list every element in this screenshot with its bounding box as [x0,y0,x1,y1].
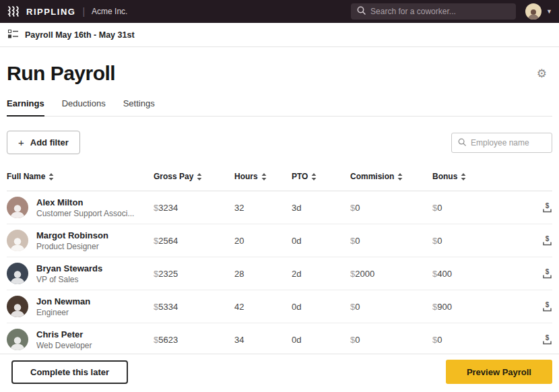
tab-settings[interactable]: Settings [123,98,155,116]
breadcrumb-label[interactable]: Payroll May 16th - May 31st [25,30,135,40]
employee-role: Customer Support Associ... [36,209,134,218]
hours-value: 32 [234,203,292,213]
sort-icon[interactable] [461,173,466,181]
avatar [7,197,28,218]
table-row[interactable]: Alex Milton Customer Support Associ... $… [7,191,552,224]
company-name: Acme Inc. [92,7,127,16]
svg-text:$: $ [546,235,550,242]
avatar [7,230,28,251]
employee-name: Jon Newman [36,296,90,306]
pto-value: 0d [292,236,350,246]
employee-role: Product Designer [36,242,108,251]
employee-name: Bryan Stewards [36,263,102,273]
global-search[interactable] [351,3,516,20]
user-avatar[interactable] [525,3,541,20]
brand-name: RIPPLING [26,7,75,17]
commission-value: $2000 [350,269,432,279]
pto-value: 0d [292,335,350,345]
bonus-value: $400 [432,269,532,279]
column-header-commission[interactable]: Commision [350,172,432,181]
table-header-row: Full Name Gross Pay Hours PTO Commision [7,165,552,191]
gross-pay-value: $2564 [154,236,234,246]
employee-cell: Jon Newman Engineer [7,296,154,317]
brand[interactable]: RIPPLING [7,6,75,17]
search-icon [357,5,366,18]
deposit-dollar-icon[interactable]: $ [542,268,552,279]
payroll-list-icon[interactable] [8,29,18,41]
avatar [7,263,28,284]
hours-value: 42 [234,302,292,312]
sort-icon[interactable] [311,173,317,181]
commission-value: $0 [350,236,432,246]
brand-divider: | [82,6,85,17]
deposit-dollar-icon[interactable]: $ [542,334,552,345]
add-filter-label: Add filter [30,137,69,148]
plus-icon: + [18,137,24,148]
pto-value: 2d [292,269,350,279]
column-header-full-name[interactable]: Full Name [7,172,154,181]
commission-value: $0 [350,203,432,213]
deposit-dollar-icon[interactable]: $ [542,301,552,312]
avatar [7,329,28,350]
employee-cell: Chris Peter Web Developer [7,329,154,350]
gear-icon[interactable]: ⚙ [537,68,547,79]
gross-pay-value: $5334 [154,302,234,312]
svg-text:$: $ [546,268,550,275]
preview-payroll-button[interactable]: Preview Payroll [446,360,552,384]
employee-role: VP of Sales [36,275,102,284]
employee-name-input[interactable] [471,138,546,148]
table-row[interactable]: Margot Robinson Product Designer $2564 2… [7,224,552,257]
deposit-dollar-icon[interactable]: $ [542,235,552,246]
coworker-search-input[interactable] [370,7,510,16]
employee-cell: Alex Milton Customer Support Associ... [7,197,154,218]
search-icon [458,137,466,149]
employee-name: Alex Milton [36,197,134,207]
svg-text:$: $ [546,301,550,308]
gross-pay-value: $3234 [154,203,234,213]
sort-icon[interactable] [48,173,54,181]
table-row[interactable]: Bryan Stewards VP of Sales $2325 28 2d $… [7,257,552,290]
column-header-pto[interactable]: PTO [292,172,350,181]
main-content: Run Payroll ⚙ Earnings Deductions Settin… [0,47,559,354]
pto-value: 3d [292,203,350,213]
bonus-value: $0 [432,236,532,246]
tab-bar: Earnings Deductions Settings [7,98,552,117]
table-row[interactable]: Chris Peter Web Developer $5623 34 0d $0… [7,323,552,354]
footer-bar: Complete this later Preview Payroll [0,354,559,392]
sort-icon[interactable] [397,173,403,181]
employee-role: Engineer [36,308,90,317]
tab-deductions[interactable]: Deductions [62,98,106,116]
breadcrumb: Payroll May 16th - May 31st [0,23,559,47]
sort-icon[interactable] [197,173,202,181]
bonus-value: $0 [432,335,532,345]
gross-pay-value: $5623 [154,335,234,345]
hours-value: 34 [234,335,292,345]
employee-cell: Bryan Stewards VP of Sales [7,263,154,284]
bonus-value: $0 [432,203,532,213]
deposit-dollar-icon[interactable]: $ [542,202,552,213]
payroll-table: Full Name Gross Pay Hours PTO Commision [7,165,552,354]
tab-earnings[interactable]: Earnings [7,98,44,117]
table-body: Alex Milton Customer Support Associ... $… [7,191,552,354]
hours-value: 28 [234,269,292,279]
column-header-gross-pay[interactable]: Gross Pay [154,172,234,181]
column-header-hours[interactable]: Hours [234,172,292,181]
employee-name: Margot Robinson [36,230,108,240]
table-row[interactable]: Jon Newman Engineer $5334 42 0d $0 $900 … [7,290,552,323]
topbar: RIPPLING | Acme Inc. ▼ [0,0,559,23]
pto-value: 0d [292,302,350,312]
sort-icon[interactable] [261,173,267,181]
employee-name-search[interactable] [451,133,552,153]
chevron-down-icon[interactable]: ▼ [546,8,552,15]
column-header-bonus[interactable]: Bonus [432,172,532,181]
complete-later-button[interactable]: Complete this later [11,360,128,384]
add-filter-button[interactable]: + Add filter [7,131,80,154]
avatar [7,296,28,317]
run-payroll-page: RIPPLING | Acme Inc. ▼ [0,0,559,392]
bonus-value: $900 [432,302,532,312]
rippling-logo-icon [7,6,22,17]
hours-value: 20 [234,236,292,246]
commission-value: $0 [350,302,432,312]
svg-text:$: $ [546,334,550,341]
employee-name: Chris Peter [36,329,92,339]
